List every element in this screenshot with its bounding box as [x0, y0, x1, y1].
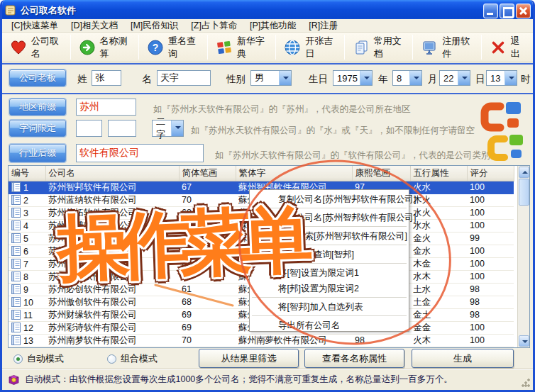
maximize-button[interactable] [500, 4, 514, 18]
table-cell[interactable]: 100 [467, 321, 514, 334]
region-prefix-input[interactable] [76, 99, 136, 116]
scroll-up-icon[interactable] [519, 167, 529, 178]
chevron-down-icon[interactable] [279, 71, 291, 85]
table-cell[interactable]: 69 [179, 347, 236, 348]
header-company-name[interactable]: 公司名 [45, 166, 179, 181]
menu-item-2[interactable]: [D]相关文档 [65, 18, 124, 33]
context-menu-item-3[interactable]: 百度搜索[苏州智邦软件有限公司] [250, 228, 409, 244]
resize-grip[interactable] [522, 379, 531, 388]
region-prefix-button[interactable]: 地区前缀 [9, 99, 66, 116]
word-limit-button[interactable]: 字词限定 [9, 120, 66, 137]
toolbar-button-2[interactable]: 名称测算 [71, 33, 139, 62]
context-menu-item-6[interactable]: 将[邦]设置为限定词2 [250, 281, 409, 296]
menu-item-6[interactable]: [R]注册 [302, 18, 344, 33]
header-kangxi-strokes[interactable]: 康熙笔画 [352, 166, 410, 181]
table-cell[interactable]: 11 [9, 308, 45, 321]
table-cell[interactable]: 苏州南梦软件有限公司 [45, 334, 179, 347]
table-cell[interactable]: 9 [9, 283, 45, 296]
table-cell[interactable]: 土水 [410, 283, 467, 296]
table-cell[interactable]: 6 [9, 245, 45, 257]
header-traditional[interactable]: 繁体字 [236, 166, 352, 181]
toolbar-button-1[interactable]: 公司取名 [2, 33, 70, 62]
table-cell[interactable]: 100 [467, 194, 514, 206]
toolbar-button-4[interactable]: 新华字典 [208, 33, 276, 62]
table-cell[interactable]: 70 [179, 245, 236, 257]
table-cell[interactable]: 火木 [410, 334, 467, 347]
close-button[interactable] [516, 4, 531, 18]
birth-hour-select[interactable]: 13 [486, 70, 517, 86]
table-cell[interactable]: 13 [9, 334, 45, 347]
word-limit-input-2[interactable] [108, 120, 136, 137]
table-cell[interactable]: 71 [179, 219, 236, 232]
table-cell[interactable]: 苏州同源软件有限公司 [45, 347, 179, 348]
toolbar-button-7[interactable]: 注册软件 [413, 33, 481, 62]
context-menu-item-8[interactable]: 导出所有公司名 [250, 318, 409, 333]
table-cell[interactable]: 金火 [410, 232, 467, 245]
table-cell[interactable]: 14 [9, 347, 45, 348]
table-cell[interactable]: 10 [9, 296, 45, 308]
scrollbar-thumb[interactable] [519, 179, 529, 206]
table-cell[interactable]: 70 [179, 194, 236, 206]
givenname-input[interactable] [157, 70, 211, 86]
table-cell[interactable]: 12 [9, 321, 45, 334]
table-cell[interactable]: 8 [9, 270, 45, 283]
table-cell[interactable]: 7 [9, 257, 45, 270]
generate-button[interactable]: 生成 [412, 349, 514, 368]
table-cell[interactable]: 70 [179, 334, 236, 347]
table-cell[interactable]: 98 [467, 283, 514, 296]
table-cell[interactable]: 木火 [410, 194, 467, 206]
chevron-down-icon[interactable] [409, 71, 421, 85]
birth-day-select[interactable]: 22 [439, 70, 470, 86]
table-cell[interactable]: 94 [352, 347, 410, 348]
radio-unselected-icon[interactable] [107, 354, 116, 364]
table-cell[interactable]: 100 [467, 206, 514, 219]
table-cell[interactable]: 苏州美博软件有限公司 [45, 219, 179, 232]
table-cell[interactable]: 67 [179, 181, 236, 194]
table-cell[interactable]: 69 [179, 232, 236, 245]
context-menu-item-1[interactable]: 复制公司名[苏州智邦软件有限公司] [250, 191, 409, 207]
table-cell[interactable]: 火水 [410, 347, 467, 348]
vertical-scrollbar[interactable] [517, 166, 529, 347]
table-cell[interactable]: 苏州赛德软件有限公司 [45, 232, 179, 245]
table-cell[interactable]: 61 [179, 283, 236, 296]
chevron-down-icon[interactable] [360, 71, 372, 85]
table-cell[interactable]: 蘇州南夢軟件有限公司 [236, 334, 352, 347]
table-cell[interactable]: 98 [467, 296, 514, 308]
table-cell[interactable]: 苏州锐志软件有限公司 [45, 270, 179, 283]
word-count-select[interactable]: 二字 [152, 120, 184, 137]
table-cell[interactable]: 金土 [410, 308, 467, 321]
table-cell[interactable]: 1 [9, 181, 45, 194]
table-cell[interactable]: 5 [9, 232, 45, 245]
header-five-elements[interactable]: 五行属性 [410, 166, 467, 181]
table-cell[interactable]: 100 [467, 257, 514, 270]
birth-year-select[interactable]: 1975 [333, 70, 373, 86]
table-cell[interactable]: 苏州晟辉软件有限公司 [45, 245, 179, 257]
table-cell[interactable]: 苏州智邦软件有限公司 [45, 181, 179, 194]
minimize-button[interactable] [483, 4, 498, 18]
toolbar-button-8[interactable]: 退出 [482, 33, 533, 62]
table-cell[interactable]: 3 [9, 206, 45, 219]
chevron-down-icon[interactable] [458, 71, 470, 85]
table-cell[interactable]: 苏州恒宇软件有限公司 [45, 257, 179, 270]
menu-item-1[interactable]: [C]快速菜单 [5, 18, 65, 33]
table-cell[interactable]: 水火 [410, 206, 467, 219]
filter-results-button[interactable]: 从结果里筛选 [199, 349, 299, 368]
toolbar-button-5[interactable]: 开张吉日 [276, 33, 344, 62]
table-cell[interactable]: 4 [9, 219, 45, 232]
context-menu-item-4[interactable]: 公司重名查询[智邦] [250, 247, 409, 262]
owner-section-button[interactable]: 公司老板 [9, 69, 66, 86]
table-cell[interactable]: 69 [179, 308, 236, 321]
header-score[interactable]: 评分 [467, 166, 514, 181]
table-cell[interactable]: 苏州傲创软件有限公司 [45, 296, 179, 308]
menu-item-5[interactable]: [P]其他功能 [243, 18, 302, 33]
context-menu-item-2[interactable]: 测算公司名[苏州智邦软件有限公司] [250, 210, 409, 225]
table-cell[interactable]: 金金 [410, 321, 467, 334]
table-cell[interactable]: 68 [179, 257, 236, 270]
table-cell[interactable]: 100 [467, 334, 514, 347]
table-cell[interactable]: 蘇州同源軟件有限公司 [236, 347, 352, 348]
table-cell[interactable]: 苏州财缘软件有限公司 [45, 308, 179, 321]
table-cell[interactable]: 100 [467, 181, 514, 194]
scroll-down-icon[interactable] [519, 335, 529, 347]
chevron-down-icon[interactable] [504, 71, 517, 85]
table-cell[interactable]: 火水 [410, 181, 467, 194]
